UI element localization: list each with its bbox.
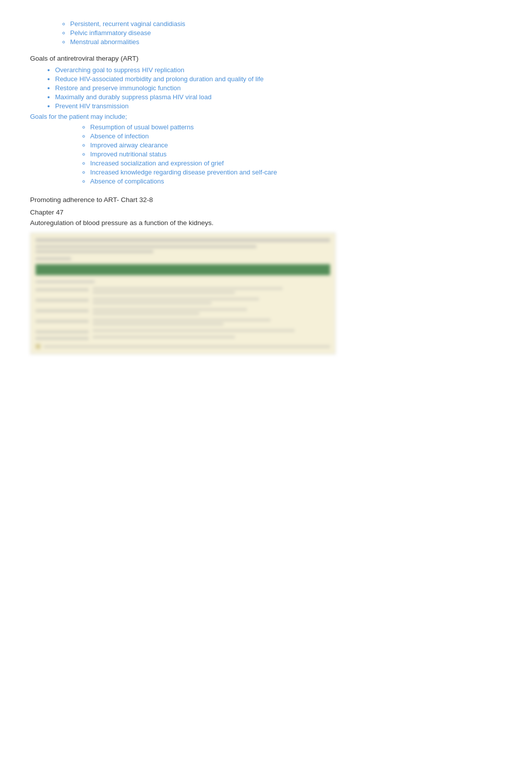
patient-goals-list: Resumption of usual bowel patterns Absen… — [90, 123, 502, 185]
chart-line — [36, 245, 256, 248]
patient-goal-item: Increased socialization and expression o… — [90, 159, 502, 167]
chart-row-label — [36, 337, 89, 340]
patient-goals-intro: Goals for the patient may include; — [30, 113, 502, 120]
chart-green-bar — [36, 264, 330, 275]
chart-row — [36, 287, 330, 295]
art-section-heading: Goals of antiretroviral therapy (ART) — [30, 55, 502, 62]
art-bullet-list: Overarching goal to suppress HIV replica… — [55, 66, 502, 110]
chart-top-bar — [36, 238, 330, 242]
chart-row-label — [36, 330, 89, 333]
chart-row-label — [36, 320, 89, 323]
chart-row — [36, 319, 330, 327]
top-circle-list: Persistent, recurrent vaginal candidiasi… — [70, 20, 502, 46]
chart-bottom-box — [36, 344, 41, 349]
art-bullet-item: Prevent HIV transmission — [55, 102, 502, 110]
chart-row-line — [93, 319, 271, 321]
chart-bottom-line — [44, 345, 330, 348]
chart-row-line — [93, 323, 223, 325]
patient-goal-item: Absence of complications — [90, 177, 502, 185]
chart-row-content — [93, 336, 330, 340]
chart-bottom-row — [36, 344, 330, 349]
chart-area — [30, 233, 336, 354]
chart-row — [36, 308, 330, 316]
patient-goal-item: Improved nutritional status — [90, 150, 502, 158]
chart-row-label — [36, 288, 89, 291]
art-bullet-item: Restore and preserve immunologic functio… — [55, 84, 502, 92]
list-item: Menstrual abnormalities — [70, 38, 502, 46]
chart-row — [36, 329, 330, 333]
chart-label — [36, 257, 71, 260]
chart-row-content — [93, 319, 330, 327]
patient-goal-item: Increased knowledge regarding disease pr… — [90, 168, 502, 176]
chart-row-line — [93, 336, 235, 338]
chart-line — [36, 250, 153, 253]
list-item: Persistent, recurrent vaginal candidiasi… — [70, 20, 502, 28]
chart-row-line — [93, 298, 259, 300]
chart-row-label — [36, 309, 89, 312]
chart-row-line — [93, 287, 283, 290]
chart-row-line — [93, 302, 211, 304]
chapter-number: Chapter 47 — [30, 209, 502, 216]
chart-row-content — [93, 298, 330, 306]
patient-goal-item: Resumption of usual bowel patterns — [90, 123, 502, 131]
chart-row-line — [93, 312, 199, 315]
chart-row-line — [93, 308, 247, 311]
chart-section-label — [36, 280, 95, 283]
patient-goal-item: Absence of infection — [90, 132, 502, 140]
chart-row-content — [93, 308, 330, 316]
chart-row-content — [93, 287, 330, 295]
chapter-subtitle: Autoregulation of blood pressure as a fu… — [30, 219, 502, 227]
chart-row — [36, 298, 330, 306]
patient-goal-item: Improved airway clearance — [90, 141, 502, 149]
chart-row-content — [93, 329, 330, 333]
art-bullet-item: Maximally and durably suppress plasma HI… — [55, 93, 502, 101]
chart-row-label — [36, 299, 89, 302]
art-bullet-item: Reduce HIV-associated morbidity and prol… — [55, 75, 502, 83]
chart-row — [36, 336, 330, 340]
promoting-heading: Promoting adherence to ART- Chart 32-8 — [30, 196, 502, 204]
art-bullet-item: Overarching goal to suppress HIV replica… — [55, 66, 502, 74]
list-item: Pelvic inflammatory disease — [70, 29, 502, 37]
chart-row-line — [93, 291, 235, 294]
chart-row-line — [93, 329, 295, 332]
